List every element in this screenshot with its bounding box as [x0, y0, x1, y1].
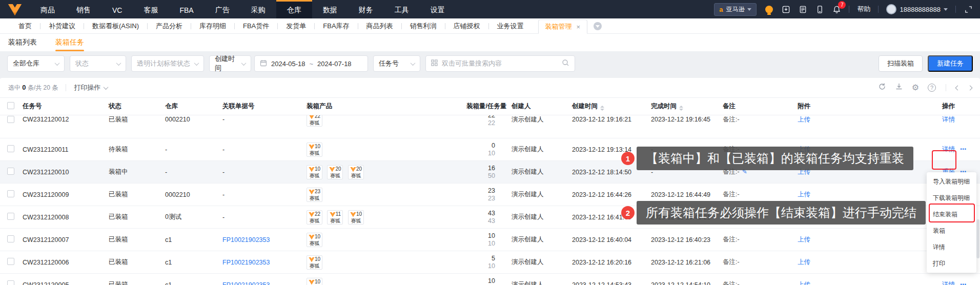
nav-item-data[interactable]: 数据 — [312, 0, 348, 18]
nav-item-customer-service[interactable]: 客服 — [133, 0, 169, 18]
nav-item-finance[interactable]: 财务 — [348, 0, 384, 18]
date-range-input[interactable]: 2024-05-18 ~ 2024-07-18 — [254, 55, 368, 72]
product-chip[interactable]: 11赛狐 — [327, 210, 343, 225]
search-field-select[interactable]: 任务号 — [373, 55, 420, 72]
detail-link[interactable]: 详情 — [942, 281, 955, 285]
print-operation-dropdown[interactable]: 打印操作 — [74, 83, 108, 92]
cell-task-no: CW2312120010 — [14, 161, 100, 184]
nav-item-vc[interactable]: VC — [101, 0, 133, 18]
ref-link[interactable]: FP10021902353 — [222, 236, 270, 243]
menu-item-import-detail[interactable]: 导入装箱明细 — [927, 173, 976, 190]
upload-link[interactable]: 上传 — [798, 258, 810, 266]
tab-home[interactable]: 首页 — [10, 22, 40, 31]
detail-link[interactable]: 详情 — [942, 115, 955, 124]
menu-item-detail[interactable]: 详情 — [927, 239, 976, 255]
tab-business-settings[interactable]: 业务设置 — [489, 22, 532, 31]
mobile-app-icon[interactable] — [815, 5, 824, 14]
upload-link[interactable]: 上传 — [798, 115, 810, 124]
brand-fox-logo-icon[interactable] — [0, 0, 30, 18]
fullscreen-icon[interactable] — [964, 5, 973, 14]
product-chip[interactable]: 20赛狐 — [327, 165, 343, 179]
nav-item-sales[interactable]: 销售 — [66, 0, 101, 18]
nav-item-tools[interactable]: 工具 — [384, 0, 420, 18]
tab-delivery-order[interactable]: 发货单 — [278, 22, 314, 31]
status-select[interactable]: 状态 — [70, 55, 126, 72]
more-actions-icon[interactable]: ⋯ — [960, 146, 967, 153]
row-checkbox[interactable] — [7, 258, 14, 265]
search-input[interactable]: 双击可批量搜索内容 — [425, 55, 575, 72]
upload-link[interactable]: 上传 — [798, 281, 810, 285]
cell-task-no: CW2312120009 — [14, 184, 100, 206]
nav-item-settings[interactable]: 设置 — [420, 0, 456, 18]
tab-replenishment[interactable]: 补货建议 — [40, 22, 84, 31]
task-list-icon[interactable] — [798, 5, 807, 14]
notification-bell-icon[interactable]: 7 — [832, 5, 841, 14]
marketplace-select[interactable]: a 亚马逊 — [714, 3, 757, 16]
product-chip[interactable]: 10赛狐 — [348, 210, 364, 225]
product-chip[interactable]: 23赛狐 — [307, 188, 322, 202]
gear-icon[interactable]: ⚙ — [912, 84, 919, 92]
warehouse-select[interactable]: 全部仓库 — [7, 55, 65, 72]
row-checkbox[interactable] — [7, 116, 14, 123]
nav-item-warehouse[interactable]: 仓库 — [276, 0, 312, 18]
transparency-select[interactable]: 透明计划标签状态 — [131, 55, 204, 72]
search-icon[interactable] — [562, 59, 569, 68]
upload-link[interactable]: 上传 — [798, 236, 810, 243]
row-checkbox[interactable] — [7, 145, 14, 152]
ref-link[interactable]: FP10021902353 — [222, 259, 270, 266]
create-task-button[interactable]: 新建任务 — [928, 55, 973, 72]
header-created-time[interactable]: 创建时间 — [564, 98, 643, 115]
header-completed-time[interactable]: 完成时间 — [643, 98, 714, 115]
nav-item-goods[interactable]: 商品 — [30, 0, 66, 18]
product-chip[interactable]: 10赛狐 — [307, 278, 322, 285]
tab-inventory-detail[interactable]: 库存明细 — [191, 22, 234, 31]
product-chip[interactable]: 20赛狐 — [348, 165, 364, 179]
sort-icon[interactable] — [679, 106, 683, 111]
sort-icon[interactable] — [600, 106, 604, 111]
menu-item-packing[interactable]: 装箱 — [927, 222, 976, 239]
product-chip[interactable]: 22赛狐 — [307, 210, 322, 225]
tab-list-dropdown-icon[interactable] — [594, 22, 602, 30]
help-circle-icon[interactable]: ? — [928, 84, 936, 92]
row-checkbox[interactable] — [7, 235, 14, 242]
nav-item-fba[interactable]: FBA — [169, 0, 204, 18]
scan-packing-button[interactable]: 扫描装箱 — [879, 55, 923, 72]
product-chip[interactable]: 10赛狐 — [307, 165, 322, 179]
row-checkbox[interactable] — [7, 280, 14, 285]
product-chip[interactable]: 10赛狐 — [307, 255, 322, 270]
tab-product-list[interactable]: 商品列表 — [358, 22, 401, 31]
product-chip[interactable]: 22赛狐 — [307, 115, 322, 127]
more-actions-icon[interactable]: ⋯ — [960, 281, 967, 285]
tab-dashboard-asin[interactable]: 数据看板(ASIN) — [84, 22, 147, 31]
next-page-icon[interactable] — [968, 85, 973, 90]
tab-fba-shipment[interactable]: FBA货件 — [235, 22, 277, 31]
ref-link[interactable]: FP10021902353 — [222, 281, 270, 285]
refresh-icon[interactable] — [878, 83, 886, 93]
close-icon[interactable]: × — [577, 24, 581, 30]
tab-store-auth[interactable]: 店铺授权 — [445, 22, 488, 31]
row-checkbox[interactable] — [7, 168, 14, 175]
account-menu[interactable]: 18888888888 — [886, 4, 948, 14]
tab-sales-profit[interactable]: 销售利润 — [402, 22, 445, 31]
nav-item-ads[interactable]: 广告 — [205, 0, 240, 18]
tab-fba-inventory[interactable]: FBA库存 — [315, 22, 357, 31]
tab-product-analysis[interactable]: 产品分析 — [148, 22, 191, 31]
upload-link[interactable]: 上传 — [798, 191, 810, 198]
row-checkbox[interactable] — [7, 213, 14, 220]
subtab-packing-list[interactable]: 装箱列表 — [8, 34, 37, 51]
product-chip[interactable]: 10赛狐 — [307, 142, 322, 157]
vertical-scrollbar[interactable] — [976, 219, 979, 258]
nav-item-purchase[interactable]: 采购 — [240, 0, 276, 18]
download-center-icon[interactable] — [781, 5, 790, 14]
subtab-packing-task[interactable]: 装箱任务 — [55, 34, 84, 51]
product-chip[interactable]: 10赛狐 — [307, 233, 322, 247]
help-link[interactable]: 帮助 — [857, 5, 870, 14]
prev-page-icon[interactable] — [955, 85, 961, 90]
select-all-checkbox[interactable] — [7, 102, 14, 109]
export-download-icon[interactable] — [895, 83, 903, 93]
announcement-lamp-icon[interactable] — [764, 5, 773, 14]
row-checkbox[interactable] — [7, 190, 14, 197]
date-type-select[interactable]: 创建时间 — [209, 55, 251, 72]
tab-packing-management-active[interactable]: 装箱管理 × — [538, 19, 588, 34]
menu-item-print[interactable]: 打印 — [927, 255, 976, 272]
